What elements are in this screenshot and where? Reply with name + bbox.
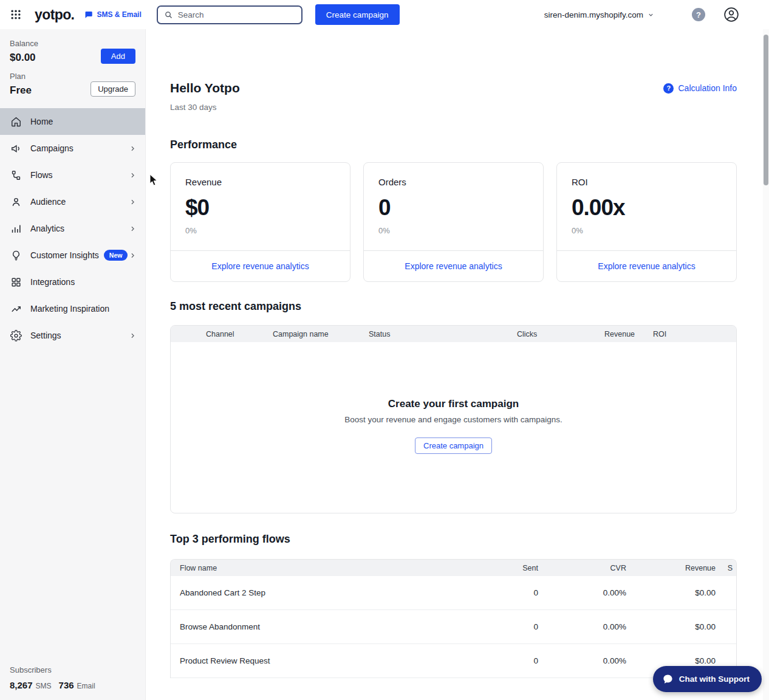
sms-count: 8,267 [10, 680, 33, 690]
flow-revenue: $0.00 [626, 622, 716, 631]
create-campaign-secondary-button[interactable]: Create campaign [415, 437, 492, 454]
column-header: Revenue [604, 330, 653, 338]
column-header: CVR [538, 564, 626, 572]
product-badge-label: SMS & Email [97, 10, 141, 19]
sidebar-item-integrations[interactable]: Integrations [0, 269, 145, 295]
email-count: 736 [59, 680, 74, 690]
chevron-right-icon [129, 171, 137, 179]
subscribers-panel: Subscribers 8,267 SMS 736 Email [0, 656, 145, 700]
column-header: Status [369, 330, 517, 338]
sidebar-item-label: Customer Insights [30, 250, 99, 260]
flow-name: Product Review Request [180, 656, 465, 665]
column-header: Sent [465, 564, 538, 572]
card-percent: 0% [185, 226, 335, 235]
balance-label: Balance [10, 39, 38, 48]
table-row[interactable]: Product Review Request 0 0.00% $0.00 [171, 644, 736, 678]
explore-analytics-link[interactable]: Explore revenue analytics [598, 261, 695, 271]
scrollbar-thumb[interactable] [764, 35, 768, 185]
sidebar-item-campaigns[interactable]: Campaigns [0, 135, 145, 162]
chevron-right-icon [129, 332, 137, 340]
column-header: Campaign name [273, 330, 369, 338]
chat-support-label: Chat with Support [679, 674, 750, 684]
sidebar-item-marketing-inspiration[interactable]: Marketing Inspiration [0, 295, 145, 322]
chevron-down-icon [648, 12, 654, 18]
chat-bubble-icon [84, 10, 93, 19]
calculation-info-link[interactable]: ? Calculation Info [663, 83, 737, 94]
inspiration-icon [10, 303, 22, 315]
page-title: Hello Yotpo [170, 81, 240, 95]
column-header: Clicks [517, 330, 604, 338]
column-header: Revenue [626, 564, 716, 572]
sidebar-item-analytics[interactable]: Analytics [0, 215, 145, 242]
campaigns-icon [10, 142, 22, 154]
add-balance-button[interactable]: Add [101, 49, 135, 64]
sidebar-item-audience[interactable]: Audience [0, 188, 145, 215]
home-icon [10, 115, 22, 128]
subscribers-label: Subscribers [10, 665, 135, 674]
explore-analytics-link[interactable]: Explore revenue analytics [211, 261, 309, 271]
sidebar-item-label: Analytics [30, 224, 64, 233]
vertical-scrollbar[interactable] [763, 29, 769, 700]
explore-analytics-link[interactable]: Explore revenue analytics [405, 261, 502, 271]
sidebar-item-label: Flows [30, 170, 53, 180]
performance-cards: Revenue $0 0% Explore revenue analytics … [170, 162, 737, 282]
flow-revenue: $0.00 [626, 656, 716, 665]
card-title: ROI [572, 177, 722, 187]
apps-grid-icon[interactable] [5, 4, 27, 26]
card-percent: 0% [572, 226, 722, 235]
header-right: siren-denim.myshopify.com ? [544, 7, 739, 22]
create-campaign-button[interactable]: Create campaign [315, 4, 400, 25]
flow-sent: 0 [465, 622, 538, 631]
flow-sent: 0 [465, 656, 538, 665]
sms-label: SMS [36, 682, 52, 690]
store-switcher[interactable]: siren-denim.myshopify.com [544, 10, 654, 19]
chat-with-support-button[interactable]: Chat with Support [653, 666, 762, 692]
email-label: Email [77, 682, 95, 690]
search-icon [164, 10, 173, 19]
flow-cvr: 0.00% [538, 622, 626, 631]
audience-icon [10, 196, 22, 208]
empty-state-subtitle: Boost your revenue and engage customers … [344, 415, 562, 424]
column-header: S [716, 564, 733, 572]
sidebar-item-settings[interactable]: Settings [0, 322, 145, 349]
top-bar: yotpo. SMS & Email Create campaign siren… [0, 0, 769, 29]
flow-name: Abandoned Cart 2 Step [180, 588, 465, 597]
sidebar-item-flows[interactable]: Flows [0, 162, 145, 188]
campaigns-empty-state: Create your first campaign Boost your re… [171, 342, 736, 513]
date-range-label: Last 30 days [170, 103, 737, 112]
store-name: siren-denim.myshopify.com [544, 10, 643, 19]
insights-icon [10, 249, 22, 261]
table-header-row: Flow name Sent CVR Revenue S [171, 560, 736, 576]
top-flows-title: Top 3 performing flows [170, 533, 737, 546]
new-badge: New [104, 250, 128, 261]
recent-campaigns-table: Channel Campaign name Status Clicks Reve… [170, 325, 737, 513]
help-icon[interactable]: ? [692, 8, 705, 21]
info-icon: ? [663, 83, 674, 94]
sidebar-item-label: Integrations [30, 277, 75, 287]
chevron-right-icon [129, 252, 137, 259]
flow-name: Browse Abandonment [180, 622, 465, 631]
analytics-icon [10, 222, 22, 235]
column-header: Flow name [180, 564, 465, 572]
search-input[interactable] [178, 10, 295, 19]
chevron-right-icon [129, 198, 137, 206]
settings-gear-icon [10, 329, 22, 341]
flow-cvr: 0.00% [538, 656, 626, 665]
sidebar-item-label: Marketing Inspiration [30, 304, 109, 314]
performance-card-roi: ROI 0.00x 0% Explore revenue analytics [556, 162, 737, 282]
performance-card-orders: Orders 0 0% Explore revenue analytics [363, 162, 544, 282]
sidebar-item-customer-insights[interactable]: Customer Insights New [0, 242, 145, 269]
column-header: Channel [206, 330, 273, 338]
user-avatar-icon[interactable] [723, 7, 739, 22]
upgrade-button[interactable]: Upgrade [91, 81, 135, 97]
recent-campaigns-title: 5 most recent campaigns [170, 300, 737, 313]
plan-label: Plan [10, 72, 32, 81]
yotpo-logo[interactable]: yotpo. [35, 7, 74, 23]
chevron-right-icon [129, 225, 137, 233]
table-row[interactable]: Browse Abandonment 0 0.00% $0.00 [171, 610, 736, 644]
sidebar-item-home[interactable]: Home [0, 108, 145, 135]
performance-title: Performance [170, 139, 737, 151]
card-title: Revenue [185, 177, 335, 187]
table-row[interactable]: Abandoned Cart 2 Step 0 0.00% $0.00 [171, 576, 736, 610]
performance-card-revenue: Revenue $0 0% Explore revenue analytics [170, 162, 350, 282]
